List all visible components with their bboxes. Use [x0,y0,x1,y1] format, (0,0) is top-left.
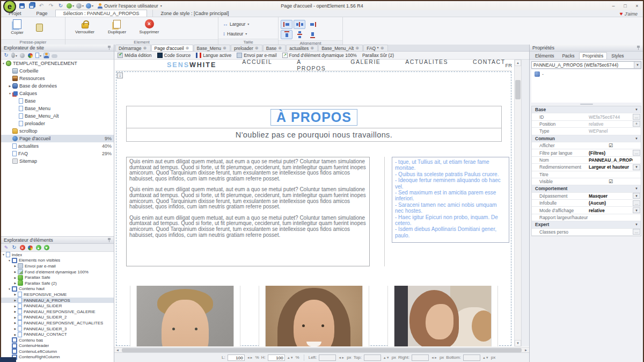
element-tree-item[interactable]: ▶ Parallax Safe [1,274,114,280]
pin-icon[interactable] [107,238,111,242]
align-bottom-button[interactable] [306,30,318,39]
element-tree-item[interactable]: ▶ Fond d'élément dynamique 100% [1,269,114,275]
property-row[interactable]: Afficher ☑ [532,142,641,149]
pin-icon[interactable] [107,46,111,50]
property-value[interactable]: ☑ [589,179,633,184]
title-block[interactable]: À PROPOS [126,106,502,128]
minimize-button[interactable]: – [608,2,619,9]
nav-link[interactable]: GALERIE [350,60,380,71]
expander-icon[interactable]: ▶ [13,305,18,308]
horizontal-scrollbar[interactable]: ◄ ► [114,347,529,352]
property-value[interactable]: (Filtres) [589,150,633,156]
property-row[interactable]: Dépassement Masquer ▾ [532,193,641,200]
property-row[interactable]: Type WEPanel [532,128,641,135]
close-icon[interactable] [223,46,227,50]
element-tree-item[interactable]: ▼ index [1,252,114,258]
property-row[interactable]: Nom PANNEAU_A_PROPOS [532,157,641,164]
expander-icon[interactable]: ▶ [13,264,18,267]
selected-text-frame[interactable]: À PROPOS [270,109,357,126]
element-tree-item[interactable]: ▶ PANNEAU_A_PROPOS [1,298,114,303]
site-tree-item[interactable]: Sitemap [1,157,114,165]
site-tree-item[interactable]: scrolltop [1,127,114,135]
element-tree-item[interactable]: ▶ PANNEAU_SLIDER [1,303,114,309]
close-icon[interactable] [310,46,314,50]
site-tree-item[interactable]: Base_Menu [1,105,114,112]
expander-icon[interactable]: ▼ [7,259,12,262]
document-tab[interactable]: Démarrage [115,45,151,51]
property-action-button[interactable]: ▾ [633,164,640,170]
property-row[interactable]: Comportement ▼ [532,185,641,192]
new-page-button[interactable]: ▾ [35,53,41,59]
property-value[interactable]: Masquer [589,193,633,199]
element-tree-item[interactable]: ContenuLeftColumn [1,349,114,354]
delete-element-button[interactable]: × [19,245,25,251]
openelement-logo-icon[interactable]: e [3,0,16,13]
properties-tab[interactable]: Propriétés [579,52,608,59]
document-tab[interactable]: FAQ * [363,45,388,51]
property-action-button[interactable]: ▾ [633,193,640,199]
scrollbar-thumb[interactable] [515,80,521,99]
lock-button[interactable]: Verrouiller [71,18,99,38]
spinner-icon[interactable]: ◄► [247,356,253,359]
expander-icon[interactable]: ▶ [13,293,18,296]
site-tree-item[interactable]: Ressources [1,75,114,82]
copy-button[interactable]: Copier [3,18,31,38]
undo-button[interactable]: ↶ [38,2,45,9]
property-value[interactable]: Largeur et hauteur [589,164,633,170]
property-value[interactable]: relative [589,121,633,127]
subtitle-block[interactable]: N'oubliez pas ce pourquoi nous travaillo… [126,128,502,142]
width-button[interactable]: ↔ Largeur ▾ [221,20,251,28]
close-icon[interactable] [380,46,385,50]
bottom-input[interactable] [463,354,480,361]
like-button[interactable]: ♥ J'aime [620,11,643,17]
maximize-button[interactable]: □ [619,2,631,9]
site-brand[interactable]: SENSWHITE [167,61,216,69]
property-value[interactable]: WEfa75ec6744 [589,114,633,120]
nav-link[interactable]: CONTACT [473,60,505,71]
property-value[interactable]: PANNEAU_A_PROPOS [589,157,633,163]
property-row[interactable]: Redimensionnement Largeur et hauteur ▾ [532,164,641,171]
spinner-icon[interactable]: ▲▼ [287,356,294,359]
element-tree-item[interactable]: ▼ Elements non visibles [1,258,114,264]
tab-page[interactable]: Page [29,10,55,17]
element-selector-dropdown[interactable]: PANNEAU_A_PROPOS (WEfa75ec6744) ▼ [531,61,641,69]
close-icon[interactable] [143,46,148,50]
property-action-button[interactable]: ▾ [633,207,640,213]
save-all-button[interactable] [28,2,35,9]
close-icon[interactable] [355,46,360,50]
refresh-site-button[interactable]: ↻ [3,53,9,59]
left-input[interactable] [319,354,336,361]
element-tree-item[interactable]: ▶ PANNEAU_SLIDER_2 [1,315,114,321]
document-tab[interactable]: Page d'accueil [151,45,193,51]
align-top-button[interactable] [281,30,292,39]
cloud-button[interactable] [52,53,57,59]
user-view-button[interactable] [43,53,49,59]
property-action-button[interactable]: ▼ [633,186,640,192]
vertical-scrollbar[interactable]: ▲ ▼ [514,60,521,346]
element-tree-item[interactable]: ▼ Contenu haut [1,286,114,292]
move-up-button[interactable]: ▲ [35,245,41,251]
tab-zone-style[interactable]: Zone de style : [Cadre principal] [152,10,236,17]
property-row[interactable]: Expert ▼ [532,221,641,228]
site-tree-item[interactable]: Corbeille [1,67,114,75]
property-value[interactable]: (Aucun) [589,200,633,206]
document-tab[interactable]: Base_Menu_Alt [318,45,363,51]
align-left-button[interactable] [281,20,292,29]
pin-icon[interactable] [636,46,640,50]
property-value[interactable]: relative [589,208,633,213]
property-row[interactable]: ID WEfa75ec6744 … [532,113,641,120]
scroll-up-icon[interactable]: ▲ [515,60,521,66]
offline-button[interactable] [19,53,25,59]
property-row[interactable]: Classes perso … [532,229,641,236]
style-icon[interactable] [535,71,540,77]
properties-tab[interactable]: Packs [558,52,578,59]
scroll-right-icon[interactable]: ► [523,349,529,352]
property-row[interactable]: Titre [532,171,641,178]
document-tab[interactable]: actualites [286,45,318,51]
element-tree-item[interactable]: ▶ PANNEAU_RESPONSIVE_GALERIE [1,309,114,315]
align-middle-button[interactable] [294,30,305,39]
team-photo-3[interactable] [394,286,491,346]
site-tree-item[interactable]: preloader [1,120,114,127]
paste-button[interactable] [33,18,46,38]
property-row[interactable]: Infobulle (Aucun) … [532,200,641,207]
